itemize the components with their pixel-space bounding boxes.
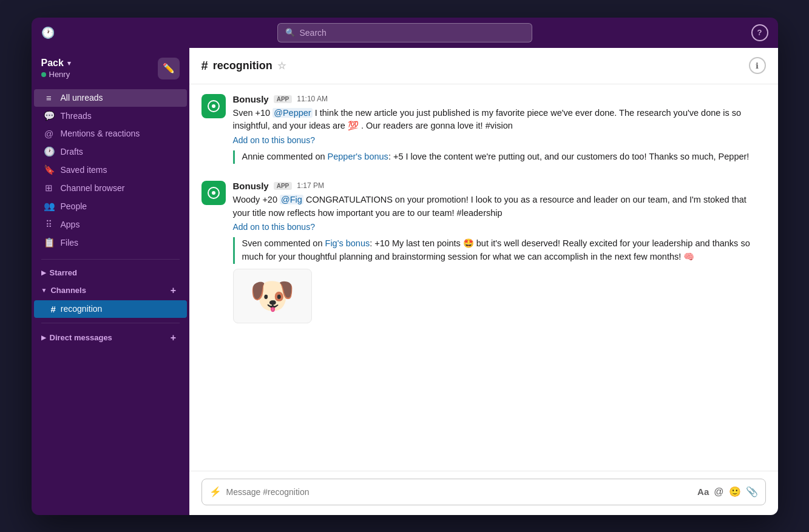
sidebar-item-apps[interactable]: ⠿ Apps [34,215,187,234]
history-button[interactable]: 🕐 [41,26,55,39]
channel-title: # recognition ☆ [201,59,286,73]
sidebar-divider-2 [41,323,180,323]
threads-icon: 💬 [44,110,55,121]
sender-name: Bonusly [233,94,269,104]
timestamp: 11:10 AM [297,95,328,103]
workspace-info: Pack ▾ Henry [41,58,71,79]
starred-chevron-icon: ▶ [41,269,46,276]
message-input[interactable] [226,487,693,497]
message-header-2: Bonusly APP 1:17 PM [233,181,766,191]
format-icon[interactable]: Aa [697,487,709,497]
nav-section: ≡ All unreads 💬 Threads @ Mentions & rea… [32,87,189,254]
add-on-link-1[interactable]: Add on to this bonus? [233,135,315,145]
message-group: Bonusly APP 11:10 AM Sven +10 @Pepper I … [201,94,766,169]
channel-name: recognition [213,59,272,72]
sidebar-item-drafts[interactable]: 🕐 Drafts [34,143,187,161]
channel-hash-large-icon: # [201,59,208,73]
people-icon: 👥 [44,201,55,212]
mention-fig: @Fig [280,195,303,204]
sidebar: Pack ▾ Henry ✏️ ≡ All unreads [32,48,189,515]
message-content-2: Bonusly APP 1:17 PM Woody +20 @Fig CONGR… [233,181,766,323]
main-content: Pack ▾ Henry ✏️ ≡ All unreads [32,48,778,515]
sidebar-item-saved[interactable]: 🔖 Saved items [34,161,187,179]
comment-block-1: Annie commented on Pepper's bonus: +5 I … [233,150,766,164]
app-badge-2: APP [274,182,293,190]
sidebar-item-all-unreads[interactable]: ≡ All unreads [34,89,187,107]
add-on-link-2[interactable]: Add on to this bonus? [233,222,315,232]
star-icon[interactable]: ☆ [277,60,286,72]
info-button[interactable]: ℹ [749,57,766,74]
timestamp-2: 1:17 PM [297,181,324,190]
title-bar-center: 🔍 Search [163,23,647,42]
mention-icon[interactable]: @ [714,487,723,497]
sidebar-item-mentions[interactable]: @ Mentions & reactions [34,125,187,143]
avatar [201,94,226,118]
app-badge: APP [274,95,293,103]
comment-text-2: Sven commented on Fig's bonus: +10 My la… [242,237,766,264]
files-icon: 📋 [44,237,55,248]
emoji-icon[interactable]: 🙂 [729,486,741,497]
channel-browser-icon: ⊞ [44,183,55,194]
user-status: Henry [41,70,71,79]
workspace-header: Pack ▾ Henry ✏️ [32,48,189,87]
message-input-box: ⚡ Aa @ 🙂 📎 [201,479,766,505]
dm-header-left: ▶ Direct messages [41,333,112,342]
sidebar-item-people[interactable]: 👥 People [34,197,187,215]
dog-image: 🐶 [233,269,312,323]
starred-section-header[interactable]: ▶ Starred [32,264,189,281]
saved-icon: 🔖 [44,164,55,175]
drafts-icon: 🕐 [44,146,55,157]
sidebar-item-channel-browser[interactable]: ⊞ Channel browser [34,179,187,197]
search-icon: 🔍 [285,28,295,37]
messages-area: Bonusly APP 11:10 AM Sven +10 @Pepper I … [189,84,778,471]
dm-chevron-icon: ▶ [41,334,46,341]
workspace-name[interactable]: Pack ▾ [41,58,71,69]
message-group-2: Bonusly APP 1:17 PM Woody +20 @Fig CONGR… [201,181,766,323]
avatar-2 [201,181,226,205]
dm-section-header[interactable]: ▶ Direct messages + [32,328,189,348]
attachment-icon[interactable]: 📎 [746,486,758,497]
bonus-link-2[interactable]: Fig's bonus [325,238,370,248]
all-unreads-icon: ≡ [44,93,55,103]
starred-header-left: ▶ Starred [41,268,78,277]
message-header: Bonusly APP 11:10 AM [233,94,766,104]
status-dot-icon [41,72,46,77]
svg-point-3 [212,191,215,195]
add-dm-button[interactable]: + [168,332,180,344]
message-input-area: ⚡ Aa @ 🙂 📎 [189,471,778,515]
sender-name-2: Bonusly [233,181,269,191]
channel-item-recognition[interactable]: # recognition [34,300,187,318]
title-bar: 🕐 🔍 Search ? [32,18,778,48]
chat-header: # recognition ☆ ℹ [189,48,778,84]
lightning-icon[interactable]: ⚡ [209,486,222,497]
sidebar-item-files[interactable]: 📋 Files [34,234,187,252]
add-channel-button[interactable]: + [168,285,180,297]
bonus-link-1[interactable]: Pepper's bonus [328,152,388,161]
comment-text-1: Annie commented on Pepper's bonus: +5 I … [242,150,766,164]
mentions-icon: @ [44,129,55,139]
search-bar[interactable]: 🔍 Search [277,23,532,42]
comment-block-2: Sven commented on Fig's bonus: +10 My la… [233,237,766,264]
apps-icon: ⠿ [44,219,55,230]
channel-hash-icon: # [51,304,56,314]
channels-chevron-icon: ▼ [41,287,47,294]
compose-icon: ✏️ [163,62,175,74]
mention-pepper: @Pepper [272,108,312,118]
help-button[interactable]: ? [751,24,768,41]
app-window: 🕐 🔍 Search ? Pack ▾ [32,18,778,515]
title-bar-right: ? [647,24,768,41]
title-bar-left: 🕐 [41,26,163,39]
channels-header-left: ▼ Channels [41,286,86,295]
chat-area: # recognition ☆ ℹ [189,48,778,515]
sidebar-divider [41,259,180,260]
channels-section-header[interactable]: ▼ Channels + [32,281,189,300]
workspace-chevron-icon: ▾ [67,59,71,67]
message-text-2: Woody +20 @Fig CONGRATULATIONS on your p… [233,194,766,220]
message-text: Sven +10 @Pepper I think the new article… [233,107,766,133]
compose-button[interactable]: ✏️ [158,58,180,79]
message-content: Bonusly APP 11:10 AM Sven +10 @Pepper I … [233,94,766,169]
sidebar-item-threads[interactable]: 💬 Threads [34,107,187,125]
svg-point-1 [212,104,215,108]
search-placeholder: Search [300,28,327,38]
